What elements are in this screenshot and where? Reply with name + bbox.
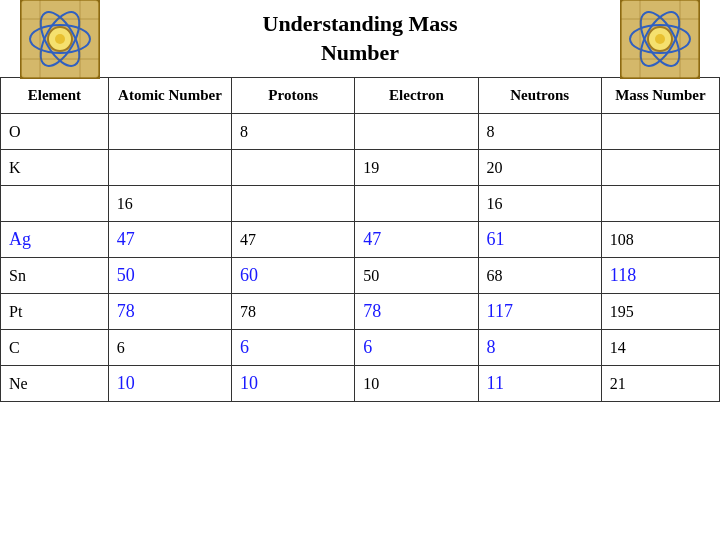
cell-mass (601, 114, 719, 150)
cell-neutrons: 11 (478, 366, 601, 402)
cell-protons: 8 (232, 114, 355, 150)
mass-number-table: Element Atomic Number Protons Electron N… (0, 77, 720, 402)
table-row: K1920 (1, 150, 720, 186)
cell-protons: 60 (232, 258, 355, 294)
cell-neutrons: 61 (478, 222, 601, 258)
cell-neutrons: 8 (478, 114, 601, 150)
cell-protons (232, 186, 355, 222)
svg-point-3 (55, 34, 65, 44)
table-row: Ag47474761108 (1, 222, 720, 258)
cell-atomic: 50 (108, 258, 231, 294)
table-row: Pt787878117195 (1, 294, 720, 330)
cell-electron: 50 (355, 258, 478, 294)
cell-mass (601, 150, 719, 186)
cell-atomic (108, 150, 231, 186)
cell-mass: 108 (601, 222, 719, 258)
cell-element: O (1, 114, 109, 150)
cell-protons: 6 (232, 330, 355, 366)
cell-neutrons: 20 (478, 150, 601, 186)
table-row: Sn50605068118 (1, 258, 720, 294)
cell-electron: 47 (355, 222, 478, 258)
table-header-row: Element Atomic Number Protons Electron N… (1, 78, 720, 114)
page-header: Understanding Mass Number (0, 0, 720, 77)
cell-mass: 195 (601, 294, 719, 330)
svg-point-15 (655, 34, 665, 44)
table-row: O88 (1, 114, 720, 150)
cell-electron (355, 114, 478, 150)
cell-electron: 78 (355, 294, 478, 330)
cell-neutrons: 68 (478, 258, 601, 294)
cell-neutrons: 117 (478, 294, 601, 330)
cell-element: Ne (1, 366, 109, 402)
cell-electron: 6 (355, 330, 478, 366)
cell-element: Ag (1, 222, 109, 258)
cell-neutrons: 8 (478, 330, 601, 366)
cell-protons: 78 (232, 294, 355, 330)
cell-atomic: 6 (108, 330, 231, 366)
cell-neutrons: 16 (478, 186, 601, 222)
col-header-electron: Electron (355, 78, 478, 114)
cell-mass: 118 (601, 258, 719, 294)
col-header-protons: Protons (232, 78, 355, 114)
cell-element: Pt (1, 294, 109, 330)
cell-atomic: 10 (108, 366, 231, 402)
col-header-mass: Mass Number (601, 78, 719, 114)
col-header-element: Element (1, 78, 109, 114)
cell-electron: 10 (355, 366, 478, 402)
atom-decoration-left (20, 0, 100, 79)
cell-mass: 14 (601, 330, 719, 366)
cell-protons (232, 150, 355, 186)
cell-protons: 10 (232, 366, 355, 402)
cell-electron: 19 (355, 150, 478, 186)
cell-atomic: 78 (108, 294, 231, 330)
cell-atomic (108, 114, 231, 150)
cell-protons: 47 (232, 222, 355, 258)
cell-atomic: 16 (108, 186, 231, 222)
cell-mass (601, 186, 719, 222)
cell-element: K (1, 150, 109, 186)
table-row: 1616 (1, 186, 720, 222)
cell-element: C (1, 330, 109, 366)
table-row: Ne1010101121 (1, 366, 720, 402)
atom-decoration-right (620, 0, 700, 79)
cell-electron (355, 186, 478, 222)
col-header-neutrons: Neutrons (478, 78, 601, 114)
cell-element: Sn (1, 258, 109, 294)
col-header-atomic: Atomic Number (108, 78, 231, 114)
cell-atomic: 47 (108, 222, 231, 258)
cell-element (1, 186, 109, 222)
table-row: C666814 (1, 330, 720, 366)
cell-mass: 21 (601, 366, 719, 402)
page-title: Understanding Mass Number (263, 10, 458, 67)
